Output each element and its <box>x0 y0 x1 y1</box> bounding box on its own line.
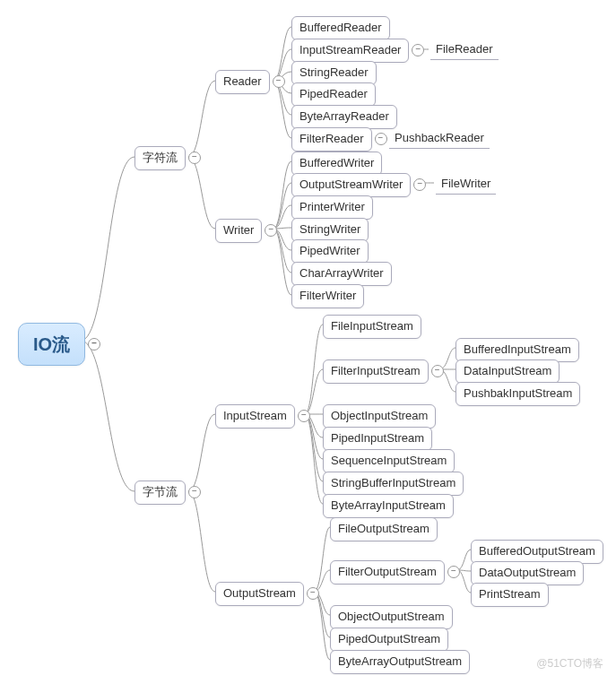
node-piped-reader[interactable]: PipedReader <box>291 82 376 107</box>
node-filter-inputstream[interactable]: FilterInputStream− <box>323 359 429 384</box>
collapse-icon[interactable]: − <box>413 178 426 191</box>
root-label: IO流 <box>33 334 70 354</box>
node-file-writer[interactable]: FileWriter <box>436 175 496 195</box>
label: 字符流 <box>143 151 178 164</box>
node-chararray-writer[interactable]: CharArrayWriter <box>291 262 392 286</box>
mindmap-canvas: IO流 − 字符流 − 字节流 − Reader − BufferedReade… <box>9 9 607 675</box>
node-string-writer[interactable]: StringWriter <box>291 218 369 242</box>
node-filter-reader[interactable]: FilterReader− <box>291 127 372 152</box>
node-buffered-reader[interactable]: BufferedReader <box>291 16 390 40</box>
node-printer-writer[interactable]: PrinterWriter <box>291 195 373 220</box>
node-print-stream[interactable]: PrintStream <box>471 583 549 607</box>
node-stringbuffer-inputstream[interactable]: StringBufferInputStream <box>323 472 464 496</box>
node-pushback-reader[interactable]: PushbackReader <box>389 129 490 149</box>
node-buffered-inputstream[interactable]: BufferedInputStream <box>455 338 579 362</box>
label: Reader <box>223 74 262 88</box>
node-char-stream[interactable]: 字符流 − <box>134 146 186 170</box>
node-buffered-outputstream[interactable]: BufferedOutputStream <box>471 540 603 564</box>
node-bytearray-reader[interactable]: ByteArrayReader <box>291 105 397 129</box>
collapse-icon[interactable]: − <box>188 486 201 498</box>
node-data-inputstream[interactable]: DataInputStream <box>455 359 560 384</box>
collapse-icon[interactable]: − <box>298 410 310 422</box>
node-file-inputstream[interactable]: FileInputStream <box>323 315 421 339</box>
collapse-icon[interactable]: − <box>188 152 201 164</box>
node-string-reader[interactable]: StringReader <box>291 61 377 85</box>
collapse-icon[interactable]: − <box>447 566 460 578</box>
label: Writer <box>223 223 254 237</box>
root-node[interactable]: IO流 − <box>18 323 85 366</box>
node-outputstream-writer[interactable]: OutputStreamWriter− <box>291 173 411 197</box>
node-piped-outputstream[interactable]: PipedOutputStream <box>330 628 448 652</box>
node-reader[interactable]: Reader − <box>215 70 270 94</box>
node-piped-inputstream[interactable]: PipedInputStream <box>323 427 432 451</box>
node-file-outputstream[interactable]: FileOutputStream <box>330 517 438 541</box>
collapse-icon[interactable]: − <box>412 44 424 56</box>
node-data-outputstream[interactable]: DataOutputStream <box>471 561 584 585</box>
collapse-icon[interactable]: − <box>375 133 387 145</box>
node-file-reader[interactable]: FileReader <box>430 40 499 60</box>
node-object-inputstream[interactable]: ObjectInputStream <box>323 404 436 429</box>
label: InputStream <box>223 409 287 422</box>
node-byte-stream[interactable]: 字节流 − <box>134 481 186 505</box>
node-writer[interactable]: Writer − <box>215 219 262 243</box>
collapse-icon[interactable]: − <box>273 75 285 88</box>
node-buffered-writer[interactable]: BufferedWriter <box>291 152 382 176</box>
label: 字节流 <box>143 485 178 498</box>
node-filter-writer[interactable]: FilterWriter <box>291 284 364 308</box>
watermark: @51CTO博客 <box>536 656 603 671</box>
node-filter-outputstream[interactable]: FilterOutputStream− <box>330 560 445 584</box>
node-pushbak-inputstream[interactable]: PushbakInputStream <box>455 382 580 406</box>
collapse-icon[interactable]: − <box>265 224 277 237</box>
node-bytearray-inputstream[interactable]: ByteArrayInputStream <box>323 494 454 518</box>
node-inputstream[interactable]: InputStream − <box>215 404 295 429</box>
node-object-outputstream[interactable]: ObjectOutputStream <box>330 605 453 629</box>
node-inputstream-reader[interactable]: InputStreamReader− <box>291 39 409 63</box>
collapse-icon[interactable]: − <box>307 587 319 600</box>
node-sequence-inputstream[interactable]: SequenceInputStream <box>323 449 455 473</box>
node-piped-writer[interactable]: PipedWriter <box>291 239 369 264</box>
node-outputstream[interactable]: OutputStream − <box>215 582 304 606</box>
collapse-icon[interactable]: − <box>431 365 444 377</box>
collapse-icon[interactable]: − <box>88 338 100 351</box>
label: OutputStream <box>223 586 296 600</box>
node-bytearray-outputstream[interactable]: ByteArrayOutputStream <box>330 650 470 674</box>
